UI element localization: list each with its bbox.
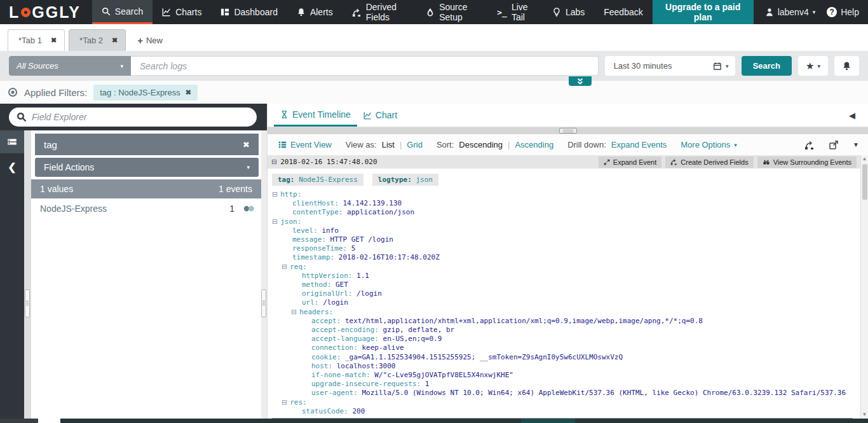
scroll-up-icon[interactable]: ▲ — [862, 155, 867, 163]
json-key[interactable]: connection: — [311, 343, 358, 352]
share-export-icon[interactable] — [829, 140, 839, 150]
tab-event-timeline[interactable]: Event Timeline — [274, 104, 357, 127]
json-key[interactable]: req: — [290, 263, 307, 271]
json-key[interactable]: host: — [311, 362, 332, 370]
tab-1[interactable]: *Tab 1 ✖ — [8, 29, 65, 51]
close-icon[interactable]: ✖ — [112, 36, 118, 45]
nav-item-derived-fields[interactable]: Derived Fields — [342, 0, 416, 24]
nav-item-dashboard[interactable]: Dashboard — [211, 0, 287, 24]
time-range-picker[interactable]: Last 30 minutes ▾ — [605, 56, 735, 76]
json-key[interactable]: if-none-match: — [311, 371, 370, 379]
derived-fields-icon[interactable] — [804, 140, 815, 150]
saved-searches-button[interactable]: ★▾ — [798, 56, 828, 76]
collapse-event-icon[interactable]: ⊟ — [271, 158, 277, 166]
calendar-icon — [713, 62, 722, 71]
value-toggle-icon[interactable] — [243, 205, 255, 212]
field-actions-dropdown[interactable]: Field Actions ▾ — [35, 158, 259, 177]
event-view-link[interactable]: Event View — [278, 140, 332, 149]
json-key[interactable]: user-agent: — [311, 389, 358, 397]
sort-descending[interactable]: Descending — [459, 140, 503, 149]
collapse-panel-chevron[interactable]: ❮ — [8, 161, 16, 173]
nav-item-feedback[interactable]: Feedback — [594, 0, 652, 24]
close-icon[interactable]: ✖ — [186, 88, 191, 97]
json-key[interactable]: accept-language: — [311, 335, 379, 343]
help-menu[interactable]: ? Help — [827, 7, 859, 17]
resize-grip[interactable] — [261, 289, 266, 317]
loggly-logo[interactable]: LGGLY — [0, 0, 92, 24]
json-line: ⊟json: — [272, 218, 860, 226]
more-options-dropdown[interactable]: More Options▾ — [681, 140, 737, 149]
json-key[interactable]: originalUrl: — [302, 289, 352, 298]
field-list-scrollbar[interactable] — [24, 130, 31, 419]
collapse-node-icon[interactable]: ⊟ — [272, 190, 278, 198]
json-key[interactable]: method: — [302, 281, 331, 289]
collapse-left-arrow[interactable]: ◀ — [836, 104, 868, 127]
search-button[interactable]: Search — [742, 56, 792, 76]
view-as-list[interactable]: List — [382, 140, 395, 149]
collapse-node-icon[interactable]: ⊟ — [272, 218, 278, 226]
json-key[interactable]: res: — [290, 398, 307, 406]
json-key[interactable]: responseTime: — [292, 244, 347, 253]
horizontal-splitter[interactable] — [268, 127, 868, 134]
nav-item-search[interactable]: Search — [92, 0, 153, 24]
panel-resize-gutter[interactable] — [261, 130, 267, 419]
json-key[interactable]: json: — [280, 218, 301, 226]
sort-ascending[interactable]: Ascending — [515, 140, 553, 149]
expand-event-button[interactable]: Expand Event — [599, 156, 662, 168]
json-key[interactable]: accept: — [311, 317, 341, 325]
collapse-node-icon[interactable]: ⊟ — [281, 398, 287, 406]
nav-item-charts[interactable]: Charts — [153, 0, 211, 24]
json-key[interactable]: accept-encoding: — [311, 326, 379, 334]
json-value: localhost:3000 — [337, 362, 396, 370]
json-key[interactable]: http: — [280, 190, 301, 198]
value-row[interactable]: NodeJS-Express 1 — [35, 198, 261, 219]
scrollbar-thumb[interactable] — [862, 164, 867, 200]
json-key[interactable]: statusCode: — [302, 407, 348, 415]
chevron-down-icon[interactable]: ▼ — [853, 141, 859, 148]
upgrade-button[interactable]: Upgrade to a paid plan — [653, 0, 754, 27]
json-key[interactable]: timestamp: — [292, 253, 334, 261]
nav-item-labs[interactable]: Labs — [543, 0, 594, 24]
scroll-down-icon[interactable]: ▼ — [862, 411, 867, 419]
event-row-header[interactable]: ⊟ 2018-02-16 15:47:48.020 Expand Event C… — [268, 155, 860, 169]
json-key[interactable]: contentType: — [292, 208, 342, 216]
event-badges: tag: NodeJS-Express logtype: json — [272, 174, 860, 186]
tab-2[interactable]: *Tab 2 ✖ — [69, 29, 126, 51]
json-key[interactable]: level: — [292, 226, 318, 235]
sources-strip-button[interactable] — [0, 130, 24, 153]
new-tab-button[interactable]: + New — [130, 29, 170, 51]
nav-item-alerts[interactable]: Alerts — [287, 0, 342, 24]
collapse-node-icon[interactable]: ⊟ — [281, 263, 287, 271]
scrollbar-thumb[interactable] — [25, 289, 30, 317]
json-key[interactable]: cookie: — [311, 353, 341, 361]
field-explorer-input[interactable] — [9, 107, 257, 127]
alerts-bell-button[interactable] — [834, 56, 859, 76]
tab-chart[interactable]: Chart — [357, 104, 403, 127]
nav-item-source-setup[interactable]: Source Setup — [416, 0, 487, 24]
event-badge[interactable]: logtype: json — [372, 174, 438, 186]
json-key[interactable]: url: — [302, 298, 319, 307]
view-as-grid[interactable]: Grid — [407, 140, 423, 149]
filter-toggle-icon[interactable] — [8, 87, 18, 97]
splitter-grip[interactable] — [559, 128, 577, 134]
event-badge[interactable]: tag: NodeJS-Express — [272, 174, 363, 186]
expand-events-link[interactable]: Expand Events — [611, 140, 667, 149]
json-key[interactable]: clientHost: — [292, 199, 339, 207]
event-scrollbar[interactable]: ▲ ▼ — [860, 155, 868, 419]
json-key[interactable]: headers: — [299, 308, 333, 316]
create-derived-fields-button[interactable]: Create Derived Fields — [665, 156, 753, 168]
logo-text: L — [9, 3, 20, 22]
nav-item-live-tail[interactable]: >_ Live Tail — [487, 0, 543, 24]
search-input[interactable] — [131, 56, 599, 76]
json-key[interactable]: upgrade-insecure-requests: — [311, 380, 421, 388]
user-menu[interactable]: labenv4 ▾ — [765, 7, 816, 17]
close-icon[interactable]: ✖ — [243, 140, 250, 149]
view-surrounding-events-button[interactable]: View Surrounding Events — [757, 156, 857, 168]
json-key[interactable]: message: — [292, 235, 326, 244]
collapse-timeline-button[interactable] — [569, 76, 592, 86]
all-sources-dropdown[interactable]: All Sources ▾ — [9, 56, 131, 76]
collapse-node-icon[interactable]: ⊟ — [291, 308, 297, 316]
close-icon[interactable]: ✖ — [51, 36, 57, 45]
json-key[interactable]: httpVersion: — [302, 272, 352, 280]
filter-chip-tag[interactable]: tag : NodeJS-Express ✖ — [93, 85, 198, 101]
